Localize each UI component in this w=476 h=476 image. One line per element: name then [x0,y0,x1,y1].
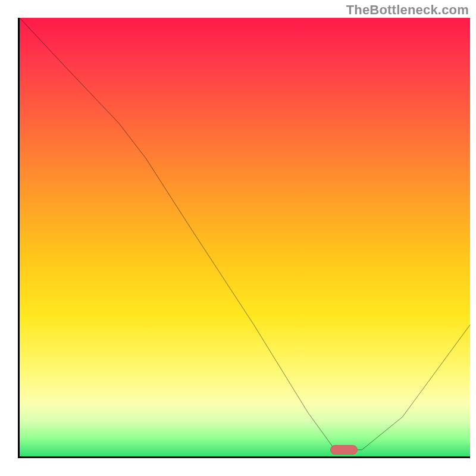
chart-curve-svg [20,18,470,456]
optimum-marker [330,445,358,455]
watermark-text: TheBottleneck.com [346,2,469,18]
chart-plot-area [18,18,470,458]
bottleneck-curve-path [20,18,470,450]
